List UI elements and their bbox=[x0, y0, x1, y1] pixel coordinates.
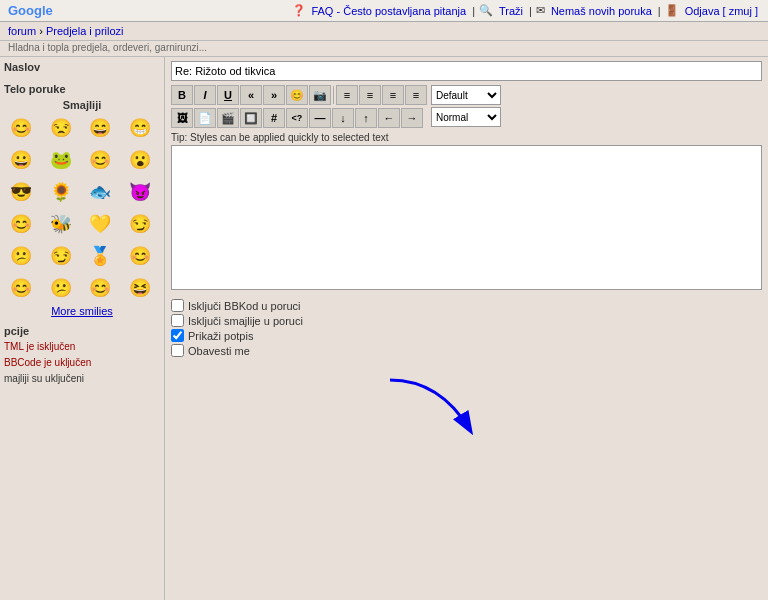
align-center-button[interactable]: ≡ bbox=[359, 85, 381, 105]
smajli-14[interactable]: 🐝 bbox=[44, 209, 78, 239]
smajli-10[interactable]: 🌻 bbox=[44, 177, 78, 207]
image-button[interactable]: 📷 bbox=[309, 85, 331, 105]
tip-text: Tip: Styles can be applied quickly to se… bbox=[171, 132, 762, 143]
bbkod-label: Isključi BBKod u poruci bbox=[188, 300, 301, 312]
smajli-16[interactable]: 😏 bbox=[123, 209, 157, 239]
option-smajliji: Isključi smajlije u poruci bbox=[171, 314, 762, 327]
bold-button[interactable]: B bbox=[171, 85, 193, 105]
options-section: Isključi BBKod u poruci Isključi smajlij… bbox=[171, 299, 762, 357]
logout-link[interactable]: Odjava [ zmuj ] bbox=[685, 5, 758, 17]
obavesti-checkbox[interactable] bbox=[171, 344, 184, 357]
smajliji-checkbox[interactable] bbox=[171, 314, 184, 327]
left-btn[interactable]: ← bbox=[378, 108, 400, 128]
smajli-15[interactable]: 💛 bbox=[83, 209, 117, 239]
search-icon: 🔍 bbox=[479, 4, 493, 17]
underline-button[interactable]: U bbox=[217, 85, 239, 105]
style-default-select[interactable]: Default bbox=[431, 85, 501, 105]
smajli-1[interactable]: 😊 bbox=[4, 113, 38, 143]
option-obavesti: Obavesti me bbox=[171, 344, 762, 357]
smajli-9[interactable]: 😎 bbox=[4, 177, 38, 207]
smajli-5[interactable]: 😀 bbox=[4, 145, 38, 175]
smajli-2[interactable]: 😒 bbox=[44, 113, 78, 143]
bbcode-status: BBCode je uključen bbox=[4, 355, 160, 371]
smajli-18[interactable]: 😏 bbox=[44, 241, 78, 271]
box-btn[interactable]: 🔲 bbox=[240, 108, 262, 128]
faq-icon: ❓ bbox=[292, 4, 306, 17]
up-btn[interactable]: ↑ bbox=[355, 108, 377, 128]
italic-button[interactable]: I bbox=[194, 85, 216, 105]
breadcrumb-section-link[interactable]: Predjela i prilozi bbox=[46, 25, 124, 37]
smajli-6[interactable]: 🐸 bbox=[44, 145, 78, 175]
smajli-23[interactable]: 😊 bbox=[83, 273, 117, 303]
message-textarea[interactable] bbox=[171, 145, 762, 290]
smajliji-status: majliji su uključeni bbox=[4, 371, 160, 387]
opcije-title: pcije bbox=[4, 325, 160, 337]
naslov-label: Naslov bbox=[4, 61, 160, 73]
smajliji-title: Smajliji bbox=[4, 99, 160, 111]
naslov-input[interactable] bbox=[171, 61, 762, 81]
style-normal-select[interactable]: Normal bbox=[431, 107, 501, 127]
smajli-17[interactable]: 😕 bbox=[4, 241, 38, 271]
editor-toolbar: B I U « » 😊 📷 ≡ ≡ ≡ ≡ bbox=[171, 85, 762, 130]
smajli-button[interactable]: 😊 bbox=[286, 85, 308, 105]
right-content: B I U « » 😊 📷 ≡ ≡ ≡ ≡ bbox=[165, 57, 768, 600]
smajli-19[interactable]: 🏅 bbox=[83, 241, 117, 271]
potpis-label: Prikaži potpis bbox=[188, 330, 253, 342]
toolbar-row2: 🖼 📄 🎬 🔲 # <? — ↓ ↑ ← → bbox=[171, 108, 427, 128]
align-left-button[interactable]: ≡ bbox=[336, 85, 358, 105]
media-btn[interactable]: 🎬 bbox=[217, 108, 239, 128]
mail-icon: ✉ bbox=[536, 4, 545, 17]
smajli-22[interactable]: 😕 bbox=[44, 273, 78, 303]
toolbar-selects: Default Normal bbox=[431, 85, 501, 127]
smajli-21[interactable]: 😊 bbox=[4, 273, 38, 303]
right-quote-button[interactable]: » bbox=[263, 85, 285, 105]
smajli-24[interactable]: 😆 bbox=[123, 273, 157, 303]
option-potpis: Prikaži potpis bbox=[171, 329, 762, 342]
search-link[interactable]: Traži bbox=[499, 5, 523, 17]
top-navigation-bar: Google ❓ FAQ - Često postavljana pitanja… bbox=[0, 0, 768, 22]
option-bbkod: Isključi BBKod u poruci bbox=[171, 299, 762, 312]
potpis-checkbox[interactable] bbox=[171, 329, 184, 342]
smajli-11[interactable]: 🐟 bbox=[83, 177, 117, 207]
smajli-13[interactable]: 😊 bbox=[4, 209, 38, 239]
bbcode-link[interactable]: BBCode je uključen bbox=[4, 357, 91, 368]
html-status: TML je isključen bbox=[4, 339, 160, 355]
obavesti-label: Obavesti me bbox=[188, 345, 250, 357]
align-right-button[interactable]: ≡ bbox=[382, 85, 404, 105]
justify-button[interactable]: ≡ bbox=[405, 85, 427, 105]
smajliji-label: Isključi smajlije u poruci bbox=[188, 315, 303, 327]
bbkod-checkbox[interactable] bbox=[171, 299, 184, 312]
breadcrumb-forum-link[interactable]: forum bbox=[8, 25, 36, 37]
html-link[interactable]: TML je isključen bbox=[4, 341, 75, 352]
faq-link[interactable]: FAQ - Često postavljana pitanja bbox=[311, 5, 466, 17]
smajli-3[interactable]: 😄 bbox=[83, 113, 117, 143]
logout-icon: 🚪 bbox=[665, 4, 679, 17]
more-smilies-link[interactable]: More smilies bbox=[4, 305, 160, 317]
naslov-row bbox=[171, 61, 762, 81]
left-panel: Naslov Telo poruke Smajliji 😊 😒 😄 😁 😀 🐸 … bbox=[0, 57, 165, 600]
hash-btn[interactable]: # bbox=[263, 108, 285, 128]
doc-btn[interactable]: 📄 bbox=[194, 108, 216, 128]
left-quote-button[interactable]: « bbox=[240, 85, 262, 105]
smajliji-grid: 😊 😒 😄 😁 😀 🐸 😊 😮 😎 🌻 🐟 😈 😊 🐝 💛 😏 😕 😏 🏅 bbox=[4, 113, 160, 303]
telo-label: Telo poruke bbox=[4, 83, 160, 95]
smajli-12[interactable]: 😈 bbox=[123, 177, 157, 207]
main-layout: Naslov Telo poruke Smajliji 😊 😒 😄 😁 😀 🐸 … bbox=[0, 57, 768, 600]
down-btn[interactable]: ↓ bbox=[332, 108, 354, 128]
no-new-messages-link[interactable]: Nemaš novih poruka bbox=[551, 5, 652, 17]
smajli-20[interactable]: 😊 bbox=[123, 241, 157, 271]
img-btn[interactable]: 🖼 bbox=[171, 108, 193, 128]
toolbar-row1: B I U « » 😊 📷 ≡ ≡ ≡ ≡ bbox=[171, 85, 427, 105]
google-logo: Google bbox=[8, 3, 53, 18]
breadcrumb-sub: Hladna i topla predjela, ordeveri, garni… bbox=[0, 41, 768, 57]
smajli-7[interactable]: 😊 bbox=[83, 145, 117, 175]
code-btn[interactable]: <? bbox=[286, 108, 308, 128]
toolbar-left: B I U « » 😊 📷 ≡ ≡ ≡ ≡ bbox=[171, 85, 427, 130]
breadcrumb: forum › Predjela i prilozi bbox=[0, 22, 768, 41]
smajli-4[interactable]: 😁 bbox=[123, 113, 157, 143]
hr-btn[interactable]: — bbox=[309, 108, 331, 128]
smajli-8[interactable]: 😮 bbox=[123, 145, 157, 175]
right-btn[interactable]: → bbox=[401, 108, 423, 128]
toolbar-sep1 bbox=[333, 86, 334, 104]
